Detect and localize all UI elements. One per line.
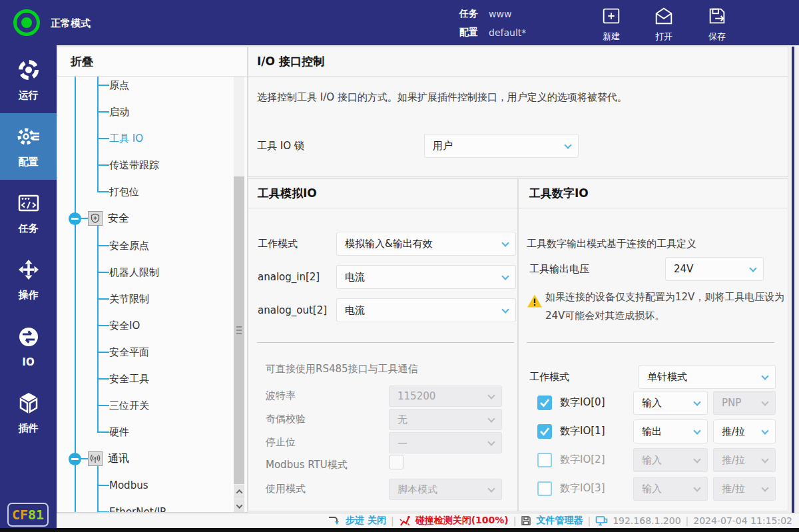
page-scrollbar-thumb[interactable] (792, 47, 794, 513)
analog-in-dropdown[interactable]: 电流 (336, 265, 516, 289)
tree-item-modbus[interactable]: Modbus (109, 476, 148, 495)
digital-work-mode-dropdown[interactable]: 单针模式 (639, 365, 776, 389)
config-label: 配置 (459, 27, 478, 39)
badge-number: 81 (28, 507, 44, 523)
tree-scroll-down-button[interactable] (234, 499, 244, 512)
digital-io1-direction-dropdown[interactable]: 输出 (633, 419, 708, 443)
io-exchange-icon (17, 325, 41, 352)
file-manager-link[interactable]: 文件管理器 (536, 515, 583, 527)
collapse-minus-icon[interactable] (69, 212, 81, 225)
digital-io2-label: 数字IO[2] (560, 453, 605, 466)
tree-item-3pos-switch[interactable]: 三位开关 (109, 396, 149, 415)
chevron-down-icon (487, 485, 495, 492)
tree-connector (81, 218, 88, 219)
sidebar-item-task[interactable]: 任务 (0, 180, 57, 246)
tree-group-comms[interactable]: 通讯 (69, 449, 129, 468)
tree-collapse-header[interactable]: 折叠 (57, 47, 247, 77)
tree-item-safe-home[interactable]: 安全原点 (109, 236, 149, 255)
digital-io2-direction: 输入 (642, 454, 662, 466)
status-separator: | (587, 515, 591, 526)
analog-work-mode-label: 工作模式 (258, 238, 298, 250)
sidebar-item-io[interactable]: IO (0, 313, 57, 380)
collapse-minus-icon[interactable] (69, 453, 81, 465)
chevron-down-icon (564, 141, 571, 148)
tree-item-tool-io[interactable]: 工具 IO (109, 129, 143, 148)
sidebar-item-label: 运行 (19, 89, 39, 102)
sidebar-item-config[interactable]: 配置 (0, 113, 57, 180)
analog-out-dropdown[interactable]: 电流 (336, 298, 516, 322)
modbus-rtu-checkbox[interactable] (389, 455, 403, 469)
usage-mode-dropdown: 脚本模式 (389, 479, 502, 500)
output-voltage-value: 24V (674, 263, 693, 275)
analog-work-mode-dropdown[interactable]: 模拟输入&输出有效 (336, 232, 516, 256)
digital-io0-direction-dropdown[interactable]: 输入 (633, 391, 708, 415)
tree-group-safety[interactable]: 安全 (69, 209, 129, 228)
digital-io3-checkbox[interactable] (537, 481, 552, 496)
tool-io-lock-dropdown[interactable]: 用户 (424, 134, 579, 158)
tree-item-safe-plane[interactable]: 安全平面 (109, 343, 149, 362)
section-divider (248, 76, 788, 77)
rs485-divider (257, 342, 514, 343)
tree-scrollbar-track[interactable] (234, 77, 244, 512)
tree-item-pack-pos[interactable]: 打包位 (109, 182, 139, 201)
tree-scrollbar-thumb[interactable] (234, 176, 244, 484)
chevron-down-icon (761, 455, 768, 463)
robot-power-status-icon[interactable] (13, 9, 40, 36)
chevron-down-icon (501, 239, 509, 246)
tree-body: 原点 启动 工具 IO 传送带跟踪 打包位 安全 安全原点 机器人限制 关节限制… (57, 77, 247, 512)
digital-panel-title: 工具数字IO (529, 186, 589, 201)
warning-triangle-icon (527, 294, 543, 311)
collision-detect-status[interactable]: 碰撞检测关闭(100%) (415, 515, 509, 527)
task-value: www (489, 9, 511, 19)
digital-io0-checkbox[interactable] (537, 396, 552, 410)
status-separator: | (513, 515, 517, 526)
save-button[interactable]: 保存 (698, 5, 736, 43)
digital-work-mode-value: 单针模式 (647, 371, 687, 383)
tree-item-safe-tool[interactable]: 安全工具 (109, 370, 149, 388)
tree-item-startup[interactable]: 启动 (109, 103, 129, 121)
io-control-description: 选择控制工具 I/O 接口的方式。如果扩展插件控制接口，用户定义的选项将被替代。 (257, 91, 627, 104)
sidebar-item-operate[interactable]: 操作 (0, 246, 57, 313)
tree-item-conveyor[interactable]: 传送带跟踪 (109, 156, 159, 174)
stop-bit-label: 停止位 (266, 436, 296, 449)
ip-address: 192.168.1.200 (613, 515, 680, 526)
digital-io1-type-dropdown[interactable]: 推/拉 (713, 419, 776, 443)
tree-item-robot-limit[interactable]: 机器人限制 (109, 263, 159, 282)
sidebar-item-label: 任务 (19, 222, 39, 235)
digital-work-mode-label: 工作模式 (529, 371, 569, 384)
output-voltage-dropdown[interactable]: 24V (665, 257, 764, 281)
check-icon (538, 396, 551, 409)
sidebar-item-plugin[interactable]: 插件 (0, 380, 57, 446)
digital-io2-type-dropdown: 推/拉 (713, 448, 776, 472)
chevron-down-icon (501, 306, 509, 313)
task-label: 任务 (459, 8, 478, 20)
open-button[interactable]: 打开 (645, 5, 683, 43)
shield-plus-icon (88, 211, 103, 226)
app-window: 正常模式 任务 www 配置 default* 新建 (0, 0, 799, 532)
output-voltage-label: 工具输出电压 (529, 263, 589, 276)
parity-dropdown: 无 (389, 409, 502, 430)
chevron-down-icon (749, 264, 756, 272)
digital-io2-type: 推/拉 (722, 454, 745, 466)
chevron-up-icon (236, 489, 242, 496)
sidebar-item-run[interactable]: 运行 (0, 47, 57, 113)
digital-io1-checkbox[interactable] (537, 424, 552, 439)
digital-io2-checkbox[interactable] (537, 453, 552, 467)
analog-work-mode-value: 模拟输入&输出有效 (345, 238, 433, 250)
baud-label: 波特率 (266, 390, 296, 402)
chevron-down-icon (761, 427, 768, 434)
chevron-down-icon (693, 484, 700, 491)
tree-item-home[interactable]: 原点 (109, 77, 129, 95)
digital-io3-direction-dropdown: 输入 (633, 477, 708, 501)
tree-item-ethernet-ip[interactable]: EtherNet/IP (109, 503, 166, 512)
new-button[interactable]: 新建 (592, 5, 631, 43)
mode-label: 正常模式 (51, 17, 91, 30)
tree-scroll-up-button[interactable] (234, 485, 244, 499)
tree-item-joint-limit[interactable]: 关节限制 (109, 290, 149, 308)
step-mode-status[interactable]: 步进 关闭 (346, 515, 386, 527)
main-content: I/O 接口控制 选择控制工具 I/O 接口的方式。如果扩展插件控制接口，用户定… (248, 47, 788, 513)
cf81-version-badge[interactable]: CF81 (7, 503, 49, 527)
tree-item-safe-io[interactable]: 安全IO (109, 316, 140, 335)
chevron-down-icon (236, 502, 242, 509)
tree-item-hardware[interactable]: 硬件 (109, 423, 129, 441)
